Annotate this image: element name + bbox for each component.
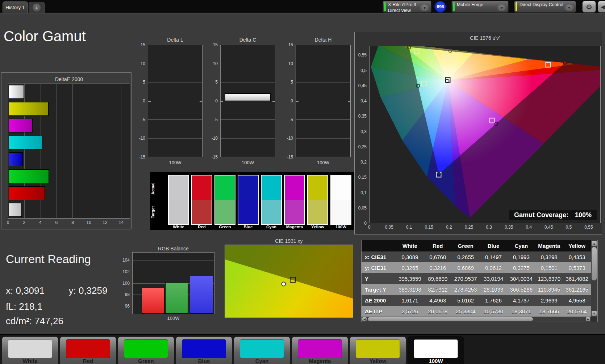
rgb-bar-blue bbox=[190, 276, 213, 314]
swatch-target bbox=[285, 200, 304, 225]
pattern-button-yellow[interactable]: Yellow bbox=[350, 337, 406, 364]
y-tick-label: 0,2 bbox=[360, 160, 367, 165]
table-horizontal-scrollbar[interactable]: ◀ ▶ bbox=[362, 317, 591, 322]
add-tab-button[interactable]: + bbox=[29, 2, 45, 13]
y-tick-label: 100 bbox=[122, 281, 130, 286]
pattern-button-label: 100W bbox=[408, 358, 464, 364]
y-tick-label: 0,55 bbox=[358, 52, 367, 58]
gear-icon: ⚙ bbox=[586, 3, 592, 11]
gridline bbox=[221, 64, 275, 64]
rgb-balance-title: RGB Balance bbox=[132, 246, 214, 251]
table-cell: 20,5764 bbox=[563, 308, 591, 314]
y-tick-label: 15 bbox=[213, 42, 218, 47]
table-row: x: CIE310,30890,67600,26550,14970,19930,… bbox=[362, 251, 591, 262]
page-title: Color Gamut bbox=[4, 28, 86, 45]
gridline bbox=[72, 84, 73, 218]
settings-button[interactable]: ⚙ bbox=[582, 1, 596, 13]
table-cell: 5,0162 bbox=[452, 297, 480, 304]
scroll-left-button[interactable]: ◀ bbox=[362, 317, 367, 321]
table-cell: 270,9537 bbox=[452, 276, 480, 282]
row-label: y: CIE31 bbox=[362, 265, 396, 271]
pattern-swatch bbox=[356, 339, 400, 358]
zero-tick bbox=[148, 101, 151, 102]
pattern-button-cyan[interactable]: Cyan bbox=[234, 337, 290, 364]
chevron-down-icon: ▼ bbox=[497, 4, 506, 11]
gridline bbox=[133, 261, 214, 261]
meter-dropdown[interactable]: X-Rite i1Pro 3Direct View ▼ bbox=[383, 1, 431, 13]
swatch-label: 100W bbox=[330, 225, 351, 229]
pattern-button-magenta[interactable]: Magenta bbox=[292, 337, 348, 364]
top-bar: History 1 + X-Rite i1Pro 3Direct View ▼ … bbox=[0, 0, 605, 13]
workflow-dropdown[interactable]: Mobile Forge ▼ bbox=[451, 1, 509, 13]
scroll-up-button[interactable]: ▲ bbox=[592, 241, 597, 246]
table-cell: 389,3198 bbox=[396, 287, 424, 293]
marker-blue-measured bbox=[437, 172, 441, 176]
gridline bbox=[57, 84, 57, 218]
table-cell: 0,3265 bbox=[396, 265, 424, 271]
collapse-panel-button[interactable]: ◀ bbox=[598, 1, 605, 13]
zero-tick bbox=[348, 101, 350, 102]
x-tick-label: 0,2 bbox=[446, 225, 452, 230]
gridline bbox=[105, 84, 105, 218]
swatch-red bbox=[191, 175, 212, 225]
tab-history-1[interactable]: History 1 bbox=[3, 1, 28, 13]
table-cell: 361,4082 bbox=[563, 276, 591, 282]
swatch-actual bbox=[285, 175, 304, 200]
table-cell: 278,4253 bbox=[452, 287, 480, 293]
marker-yellow-measured bbox=[448, 48, 452, 52]
table-cell: 4,4963 bbox=[424, 297, 452, 304]
table-cell: 89,6699 bbox=[424, 276, 452, 282]
delta-l-title: Delta L bbox=[148, 37, 203, 43]
horizontal-scroll-thumb[interactable] bbox=[368, 317, 533, 321]
chevron-down-icon: ▼ bbox=[564, 4, 574, 11]
gridline bbox=[148, 138, 202, 139]
y-tick-label: -5 bbox=[289, 117, 293, 122]
table-cell: 0,3298 bbox=[535, 254, 563, 260]
pattern-button-green[interactable]: Green bbox=[118, 337, 174, 364]
swatch-actual bbox=[215, 175, 235, 200]
target-row-label: Target bbox=[151, 201, 156, 224]
pattern-button-100w[interactable]: 100W bbox=[408, 337, 464, 364]
swatch-target bbox=[331, 200, 351, 225]
zero-tick bbox=[296, 101, 299, 102]
marker-magenta-target bbox=[489, 118, 495, 123]
scroll-down-button[interactable]: ▼ bbox=[592, 311, 597, 316]
row-label: x: CIE31 bbox=[362, 254, 396, 260]
table-cell: 0,2655 bbox=[452, 254, 480, 260]
y-tick-label: -10 bbox=[287, 136, 293, 141]
table-vertical-scrollbar[interactable]: ▲ ▼ bbox=[591, 240, 597, 317]
pattern-button-red[interactable]: Red bbox=[60, 337, 116, 364]
rgb-balance-y-axis: 1041021009896 bbox=[118, 252, 131, 314]
y-tick-label: 5 bbox=[215, 80, 218, 85]
gamut-coverage-value: 100% bbox=[575, 211, 592, 219]
deltae2000-title: DeltaE 2000 bbox=[8, 76, 130, 82]
pattern-button-label: Yellow bbox=[350, 358, 406, 364]
pattern-button-white[interactable]: White bbox=[2, 337, 58, 364]
table-cell: 0,3089 bbox=[396, 254, 424, 260]
delta-h-plot bbox=[296, 45, 351, 157]
app-window: History 1 + X-Rite i1Pro 3Direct View ▼ … bbox=[0, 0, 605, 364]
vertical-scroll-thumb[interactable] bbox=[592, 247, 597, 280]
display-control-dropdown[interactable]: Direct Display Control ▼ bbox=[514, 1, 576, 13]
scroll-right-button[interactable]: ▶ bbox=[586, 317, 590, 321]
swatch-label: Green bbox=[214, 225, 235, 229]
column-header-red: Red bbox=[424, 243, 452, 249]
meter-status-stripe bbox=[384, 2, 386, 11]
y-tick-label: 0,25 bbox=[358, 144, 367, 149]
deltae2000-panel: DeltaE 2000 02468101214 bbox=[1, 72, 132, 229]
rgb-balance-plot bbox=[132, 252, 214, 314]
swatch-target bbox=[215, 200, 235, 225]
column-header-green: Green bbox=[452, 243, 480, 249]
gamut-coverage-label: Gamut Coverage: bbox=[514, 211, 568, 219]
deltae-bar-yellow bbox=[9, 102, 49, 116]
table-cell: 82,7912 bbox=[424, 287, 452, 293]
pattern-button-blue[interactable]: Blue bbox=[176, 337, 232, 364]
display-control-status-stripe bbox=[516, 2, 517, 11]
y-tick-label: 0,45 bbox=[358, 83, 367, 88]
table-row: ΔE ITP2,572620,067825,330410,573018,3071… bbox=[362, 306, 591, 317]
chevron-down-icon: ▼ bbox=[420, 4, 429, 11]
x-tick-label: 6 bbox=[55, 220, 58, 225]
cie1931-title: CIE 1931 xy bbox=[225, 238, 353, 244]
delta-c-bar bbox=[225, 93, 271, 101]
row-label: ΔE ITP bbox=[362, 308, 396, 314]
